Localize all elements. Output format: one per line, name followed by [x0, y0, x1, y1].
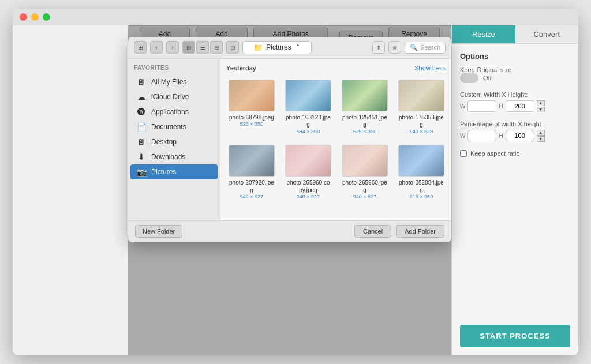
photo-size: 618 × 950: [410, 194, 433, 200]
pct-width-input[interactable]: [467, 130, 496, 141]
photo-size: 584 × 350: [297, 129, 320, 134]
search-icon: 🔍: [410, 44, 418, 51]
sidebar-item-label: Pictures: [151, 168, 176, 176]
right-panel: Resize Convert Options Keep Original siz…: [451, 25, 578, 355]
sidebar-item-desktop[interactable]: 🖥 Desktop: [130, 134, 218, 149]
sidebar-section-label: Favorites: [128, 63, 220, 74]
icloud-icon: ☁: [136, 92, 147, 102]
date-label: Yesterday: [226, 65, 256, 72]
photo-name: photo-207920.jpeg: [229, 179, 275, 194]
list-view-btn[interactable]: ☰: [196, 41, 209, 54]
show-less-btn[interactable]: Show Less: [414, 65, 446, 72]
height-input[interactable]: [506, 100, 534, 112]
sidebar-item-label: Downloads: [151, 153, 185, 161]
sidebar-item-applications[interactable]: 🅐 Applications: [130, 104, 218, 119]
fb-toolbar: ⊞ ‹ › ⊞ ☰ ⊟ ⊡: [128, 37, 451, 59]
photo-thumbnail: [229, 145, 275, 177]
keep-aspect-checkbox[interactable]: [460, 150, 467, 157]
photo-thumbnail: [342, 145, 388, 177]
sidebar-item-icloud-drive[interactable]: ☁ iCloud Drive: [130, 89, 218, 104]
tab-resize[interactable]: Resize: [452, 25, 515, 43]
panel-tabs: Resize Convert: [452, 25, 578, 44]
photo-name: photo-265960 copy.jpeg: [285, 179, 331, 194]
photo-name: photo-352884.jpeg: [398, 179, 444, 194]
cancel-btn[interactable]: Cancel: [354, 225, 391, 238]
pct-stepper-up[interactable]: ▲: [537, 130, 545, 136]
stepper-up[interactable]: ▲: [537, 100, 545, 106]
sidebar-toggle-btn[interactable]: ⊞: [134, 41, 147, 54]
sidebar-item-downloads[interactable]: ⬇ Downloads: [130, 149, 218, 164]
sidebar-item-all-my-files[interactable]: 🖥 All My Files: [130, 74, 218, 89]
location-bar[interactable]: 📁 Pictures ⌃: [242, 41, 312, 54]
file-browser-overlay: ⊞ ‹ › ⊞ ☰ ⊟ ⊡: [128, 25, 451, 355]
fb-main: Yesterday Show Less photo-68798.jpeg525 …: [220, 59, 451, 220]
photo-item[interactable]: photo-125451.jpeg525 × 350: [339, 77, 390, 137]
h-label: H: [499, 103, 503, 110]
photo-grid: photo-68798.jpeg525 × 350photo-103123.jp…: [226, 77, 446, 202]
share-icon: ⬆: [376, 44, 381, 51]
keep-original-label: Keep Original size: [460, 66, 570, 73]
sort-btn[interactable]: ⊡: [226, 41, 239, 54]
share-btn[interactable]: ⬆: [372, 41, 385, 54]
location-label: Pictures: [266, 43, 291, 51]
photo-name: photo-103123.jpeg: [285, 114, 331, 129]
photo-item[interactable]: photo-68798.jpeg525 × 350: [226, 77, 277, 137]
add-folder-btn[interactable]: Add Folder: [396, 225, 444, 238]
custom-size-label: Custom Width X Height:: [460, 91, 570, 98]
sidebar-item-pictures[interactable]: 📷 Pictures: [130, 164, 218, 179]
toggle-state-label: Off: [483, 74, 491, 81]
title-bar: [13, 9, 578, 25]
search-bar[interactable]: 🔍 Search: [405, 42, 446, 54]
photo-name: photo-265960.jpeg: [342, 179, 388, 194]
photo-item[interactable]: photo-352884.jpeg618 × 950: [396, 142, 447, 202]
panel-content: Options Keep Original size Off Custom Wi…: [452, 44, 578, 317]
photo-size: 525 × 350: [240, 121, 263, 127]
photo-thumbnail: [398, 145, 444, 177]
icon-view-btn[interactable]: ⊞: [182, 41, 195, 54]
start-process-btn[interactable]: START PROCESS: [460, 325, 570, 347]
back-icon: ‹: [155, 44, 158, 51]
app-window: ⊞ ‹ › ⊞ ☰ ⊟ ⊡: [13, 9, 578, 355]
sidebar-item-label: Desktop: [151, 138, 177, 146]
keep-aspect-label: Keep aspect ratio: [470, 150, 520, 157]
sidebar-item-label: iCloud Drive: [151, 93, 189, 101]
percentage-label: Percentage of width X height: [460, 121, 570, 127]
search-placeholder: Search: [420, 44, 440, 51]
pct-stepper-down[interactable]: ▼: [537, 136, 545, 142]
sidebar-item-label: Applications: [151, 108, 189, 116]
photo-thumbnail: [229, 80, 275, 111]
new-folder-btn[interactable]: New Folder: [135, 225, 182, 238]
sidebar-item-documents[interactable]: 📄 Documents: [130, 119, 218, 134]
photo-size: 525 × 350: [353, 129, 376, 134]
tab-convert[interactable]: Convert: [515, 25, 579, 43]
keep-original-toggle[interactable]: [460, 73, 478, 83]
stepper-down[interactable]: ▼: [537, 107, 545, 112]
photo-item[interactable]: photo-103123.jpeg584 × 350: [283, 77, 334, 137]
maximize-button[interactable]: [43, 13, 50, 21]
photo-name: photo-125451.jpeg: [342, 114, 388, 129]
pictures-icon: 📷: [136, 167, 147, 177]
photo-size: 940 × 628: [410, 129, 433, 134]
wh-row-custom: W H ▲ ▼: [460, 100, 570, 112]
tag-icon: ◎: [392, 44, 398, 51]
pct-height-stepper[interactable]: ▲ ▼: [537, 130, 545, 142]
forward-btn[interactable]: ›: [166, 41, 179, 54]
minimize-button[interactable]: [31, 13, 39, 21]
left-panel: [13, 25, 128, 355]
tag-btn[interactable]: ◎: [388, 41, 401, 54]
column-view-btn[interactable]: ⊟: [210, 41, 223, 54]
pct-w-label: W: [460, 133, 465, 139]
close-button[interactable]: [20, 13, 27, 21]
photo-item[interactable]: photo-265960 copy.jpeg940 × 927: [283, 142, 334, 202]
pct-height-input[interactable]: [506, 130, 534, 141]
photo-item[interactable]: photo-265960.jpeg940 × 627: [339, 142, 390, 202]
height-stepper[interactable]: ▲ ▼: [537, 100, 545, 112]
width-input[interactable]: [467, 100, 496, 112]
photo-item[interactable]: photo-207920.jpeg940 × 627: [226, 142, 277, 202]
desktop-icon: 🖥: [136, 137, 147, 147]
back-btn[interactable]: ‹: [150, 41, 163, 54]
options-title: Options: [460, 52, 570, 61]
photo-item[interactable]: photo-175353.jpeg940 × 628: [396, 77, 447, 137]
photo-thumbnail: [398, 80, 444, 111]
photo-thumbnail: [285, 145, 331, 177]
